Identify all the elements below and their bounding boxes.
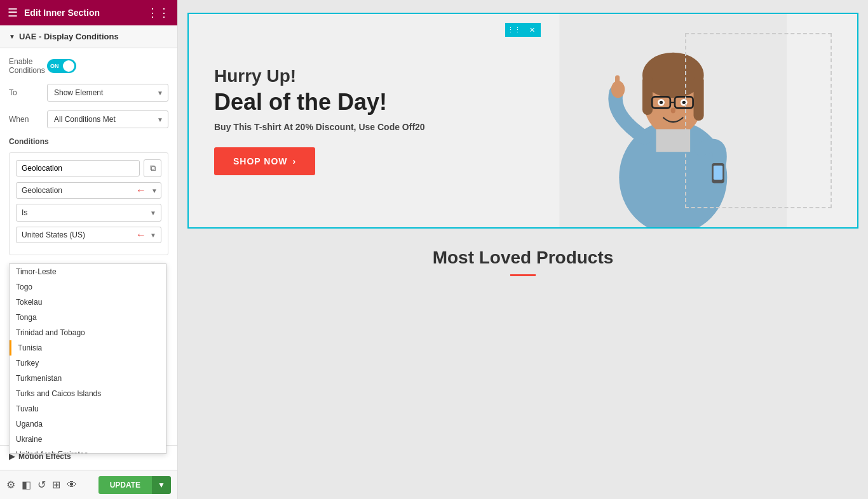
operator-select-wrap: Is Is Not ▼ <box>16 204 161 222</box>
dropdown-item[interactable]: Trinidad and Tobago <box>10 325 166 340</box>
update-arrow-button[interactable]: ▼ <box>152 476 171 494</box>
products-title: Most Loved Products <box>191 248 855 268</box>
close-control-button[interactable]: ✕ <box>523 23 541 37</box>
dropdown-item[interactable]: Tunisia <box>10 340 166 356</box>
bottom-toolbar: ⚙ ◧ ↺ ⊞ 👁 UPDATE ▼ <box>0 470 177 499</box>
when-select[interactable]: All Conditions Met Any Condition Met <box>47 110 168 128</box>
dropdown-item[interactable]: Togo <box>10 279 166 295</box>
enable-conditions-row: Enable Conditions ON <box>9 57 168 75</box>
responsive-icon[interactable]: ⊞ <box>52 479 60 491</box>
to-select-wrapper: Show Element Hide Element ▼ <box>47 84 168 102</box>
enable-toggle[interactable]: ON <box>47 59 76 73</box>
when-row: When All Conditions Met Any Condition Me… <box>9 110 168 128</box>
preview-icon[interactable]: 👁 <box>67 479 77 491</box>
geolocation-select-row: Geolocation ← ▼ <box>16 182 161 199</box>
dropdown-item[interactable]: Timor-Leste <box>10 264 166 279</box>
country-dropdown-list[interactable]: Timor-LesteTogoTokelauTongaTrinidad and … <box>9 263 166 454</box>
to-select[interactable]: Show Element Hide Element <box>47 84 168 102</box>
shop-now-button[interactable]: SHOP NOW › <box>214 147 315 175</box>
hero-hurry-text: Hurry Up! <box>214 66 832 86</box>
toolbar-icons: ⚙ ◧ ↺ ⊞ 👁 <box>6 479 77 491</box>
products-underline <box>510 274 536 276</box>
enable-label: Enable Conditions <box>9 57 47 75</box>
toggle-thumb <box>63 60 74 72</box>
update-button[interactable]: UPDATE <box>98 476 152 494</box>
dropdown-item[interactable]: United Arab Emirates <box>10 447 166 454</box>
to-row: To Show Element Hide Element ▼ <box>9 84 168 102</box>
section-label[interactable]: ▼ UAE - Display Conditions <box>0 25 177 48</box>
header-left: ☰ Edit Inner Section <box>8 6 100 20</box>
country-select[interactable]: United States (US) <box>16 227 161 243</box>
condition-type-row: ⧉ <box>16 159 161 177</box>
toggle-wrapper: ON <box>47 59 76 73</box>
panel-content: Enable Conditions ON To Show Element Hid… <box>0 48 177 499</box>
right-area: ⋮⋮ ✕ Hurry Up! Deal of the Day! Buy This… <box>178 0 868 499</box>
dropdown-item[interactable]: Turks and Caicos Islands <box>10 386 166 401</box>
products-section: Most Loved Products <box>178 229 868 295</box>
copy-icon[interactable]: ⧉ <box>144 159 161 177</box>
hero-deal-text: Deal of the Day! <box>214 89 832 116</box>
operator-select[interactable]: Is Is Not <box>16 204 161 222</box>
toggle-text: ON <box>50 63 59 69</box>
hero-text: Hurry Up! Deal of the Day! Buy This T-sh… <box>189 41 857 201</box>
left-panel: ☰ Edit Inner Section ⋮⋮ ▼ UAE - Display … <box>0 0 178 499</box>
section-chevron-icon: ▼ <box>9 33 15 40</box>
condition-type-input[interactable] <box>16 160 140 176</box>
dropdown-item[interactable]: Tuvalu <box>10 401 166 416</box>
dropdown-item[interactable]: Tokelau <box>10 295 166 310</box>
when-select-wrapper: All Conditions Met Any Condition Met ▼ <box>47 110 168 128</box>
dropdown-item[interactable]: Turkey <box>10 356 166 371</box>
country-select-wrap: United States (US) ← ▼ <box>16 227 161 243</box>
settings-icon[interactable]: ⚙ <box>6 479 15 491</box>
dropdown-item[interactable]: Uganda <box>10 416 166 432</box>
dropdown-item[interactable]: Tonga <box>10 310 166 325</box>
dropdown-item[interactable]: Turkmenistan <box>10 371 166 386</box>
hamburger-icon[interactable]: ☰ <box>8 6 18 20</box>
condition-box: ⧉ Geolocation ← ▼ Is Is Not ▼ <box>9 152 168 255</box>
shop-now-label: SHOP NOW <box>233 156 288 166</box>
to-label: To <box>9 88 47 97</box>
update-btn-group: UPDATE ▼ <box>98 476 171 494</box>
panel-header: ☰ Edit Inner Section ⋮⋮ <box>0 0 177 25</box>
hero-subtitle-text: Buy This T-shirt At 20% Discount, Use Co… <box>214 122 832 132</box>
conditions-label: Conditions <box>9 137 168 146</box>
shop-now-arrow-icon: › <box>293 156 297 166</box>
element-controls: ⋮⋮ ✕ <box>505 23 541 37</box>
layers-icon[interactable]: ◧ <box>22 479 31 491</box>
panel-title: Edit Inner Section <box>24 8 100 18</box>
dropdown-item[interactable]: Ukraine <box>10 432 166 447</box>
section-title: UAE - Display Conditions <box>19 32 119 41</box>
history-icon[interactable]: ↺ <box>37 479 46 491</box>
geolocation-select[interactable]: Geolocation <box>16 182 161 199</box>
grid-icon[interactable]: ⋮⋮ <box>147 6 170 20</box>
hero-banner: Hurry Up! Deal of the Day! Buy This T-sh… <box>187 13 858 229</box>
when-label: When <box>9 115 47 124</box>
move-control-button[interactable]: ⋮⋮ <box>505 23 523 37</box>
